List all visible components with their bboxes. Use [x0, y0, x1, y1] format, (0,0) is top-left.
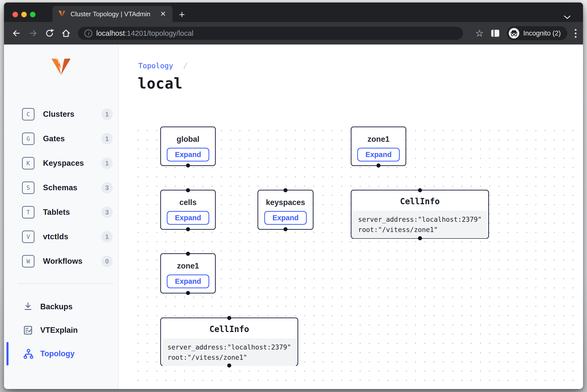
sidebar-tools: Backups VTExplain — [4, 298, 118, 369]
zoom-window-button[interactable] — [30, 12, 36, 17]
incognito-label: Incognito (2) — [523, 30, 561, 37]
sidebar-item-label: Topology — [40, 349, 74, 358]
browser-tab[interactable]: Cluster Topology | VTAdmin ✕ — [52, 6, 172, 22]
port-dot — [227, 364, 231, 368]
breadcrumb: Topology / — [138, 61, 188, 70]
side-panel-icon[interactable] — [491, 30, 499, 37]
reload-icon[interactable] — [44, 28, 55, 39]
expand-button[interactable]: Expand — [167, 211, 210, 225]
bookmark-star-icon[interactable]: ☆ — [475, 28, 484, 38]
download-icon — [22, 301, 34, 312]
sidebar-item-keyspaces[interactable]: K Keyspaces 1 — [4, 155, 118, 172]
gates-icon: G — [22, 132, 34, 145]
count-badge: 3 — [101, 182, 113, 194]
port-dot — [418, 236, 422, 240]
forward-icon[interactable] — [28, 28, 38, 39]
sidebar-item-label: Tablets — [43, 208, 70, 217]
close-window-button[interactable] — [12, 12, 18, 17]
url-text[interactable]: localhost:14201/topology/local — [96, 29, 194, 38]
count-badge: 0 — [101, 256, 113, 267]
breadcrumb-topology-link[interactable]: Topology — [138, 62, 173, 70]
sidebar: C Clusters 1 G Gates 1 K Keyspaces 1 S S… — [4, 44, 118, 389]
back-icon[interactable] — [11, 28, 22, 39]
port-dot — [418, 188, 422, 192]
port-dot — [186, 164, 190, 168]
browser-toolbar: i localhost:14201/topology/local ☆ Incog… — [4, 22, 583, 44]
new-tab-button[interactable]: + — [179, 10, 185, 20]
node-cellinfo-right: CellInfo server_address:"localhost:2379"… — [351, 190, 489, 239]
topology-icon — [22, 348, 34, 360]
node-title: global — [176, 135, 199, 144]
sidebar-item-clusters[interactable]: C Clusters 1 — [4, 106, 118, 122]
url-path: :14201/topology/local — [125, 29, 193, 37]
sidebar-item-label: Clusters — [43, 110, 74, 119]
count-badge: 3 — [101, 206, 113, 218]
browser-menu-icon[interactable] — [575, 29, 576, 38]
port-dot — [284, 188, 288, 192]
count-badge: 1 — [101, 158, 113, 169]
sidebar-item-backups[interactable]: Backups — [4, 298, 118, 315]
sidebar-item-label: Gates — [43, 134, 65, 143]
close-tab-icon[interactable]: ✕ — [159, 10, 167, 18]
node-keyspaces: keyspaces Expand — [258, 190, 314, 230]
count-badge: 1 — [101, 133, 113, 144]
browser-window: Cluster Topology | VTAdmin ✕ + — [4, 2, 583, 389]
expand-button[interactable]: Expand — [264, 211, 307, 225]
sidebar-item-label: VTExplain — [40, 326, 78, 335]
sidebar-item-label: Keyspaces — [43, 159, 84, 168]
count-badge: 1 — [101, 108, 113, 120]
node-cells: cells Expand — [160, 190, 216, 230]
port-dot — [186, 227, 190, 231]
active-nav-indicator — [6, 342, 8, 366]
port-dot — [284, 227, 288, 231]
node-zone1-mid: zone1 Expand — [160, 253, 216, 294]
port-dot — [376, 164, 380, 168]
cellinfo-code: server_address:"localhost:2379" root:"/v… — [353, 211, 487, 238]
node-title: zone1 — [368, 135, 390, 144]
sidebar-item-workflows[interactable]: W Workflows 0 — [4, 253, 118, 270]
sidebar-item-gates[interactable]: G Gates 1 — [4, 130, 118, 147]
expand-button[interactable]: Expand — [357, 148, 400, 162]
url-bar[interactable]: i localhost:14201/topology/local — [78, 27, 463, 40]
port-dot — [227, 316, 231, 320]
count-badge: 1 — [101, 231, 113, 242]
port-dot — [186, 291, 190, 295]
tab-search-chevron-icon[interactable] — [564, 16, 570, 19]
schemas-icon: S — [22, 182, 34, 194]
tab-title: Cluster Topology | VTAdmin — [70, 10, 159, 18]
node-global: global Expand — [160, 126, 216, 166]
minimize-window-button[interactable] — [21, 12, 27, 17]
incognito-badge: Incognito (2) — [507, 26, 567, 40]
workflows-icon: W — [22, 255, 34, 268]
code-line: server_address:"localhost:2379" — [168, 343, 291, 351]
sidebar-item-schemas[interactable]: S Schemas 3 — [4, 180, 118, 196]
topology-page: Topology / local — [118, 44, 583, 389]
sidebar-item-vtctlds[interactable]: V vtctlds 1 — [4, 228, 118, 245]
keyspaces-icon: K — [22, 157, 34, 170]
sidebar-item-label: vtctlds — [43, 232, 68, 241]
code-line: root:"/vitess/zone1" — [168, 354, 247, 361]
expand-button[interactable]: Expand — [167, 274, 210, 288]
url-host: localhost — [96, 29, 125, 37]
tab-strip: Cluster Topology | VTAdmin ✕ + — [4, 2, 583, 22]
home-icon[interactable] — [60, 28, 72, 39]
cellinfo-code: server_address:"localhost:2379" root:"/v… — [162, 338, 296, 366]
sidebar-item-topology[interactable]: Topology — [4, 346, 118, 362]
sidebar-nav: C Clusters 1 G Gates 1 K Keyspaces 1 S S… — [4, 106, 118, 278]
expand-button[interactable]: Expand — [167, 148, 210, 162]
sidebar-item-vtexplain[interactable]: VTExplain — [4, 322, 118, 338]
page-title: local — [138, 75, 183, 92]
node-title: CellInfo — [210, 324, 249, 334]
sidebar-item-tablets[interactable]: T Tablets 3 — [4, 204, 118, 220]
port-dot — [186, 252, 190, 256]
node-title: CellInfo — [400, 196, 440, 206]
clusters-icon: C — [22, 108, 34, 120]
checklist-icon — [22, 324, 34, 336]
node-title: keyspaces — [266, 198, 305, 207]
vitess-logo — [4, 58, 118, 78]
sidebar-item-label: Backups — [40, 302, 72, 311]
site-info-icon[interactable]: i — [84, 30, 92, 37]
node-title: cells — [180, 198, 197, 207]
vtctlds-icon: V — [22, 230, 34, 243]
incognito-icon — [509, 28, 519, 38]
